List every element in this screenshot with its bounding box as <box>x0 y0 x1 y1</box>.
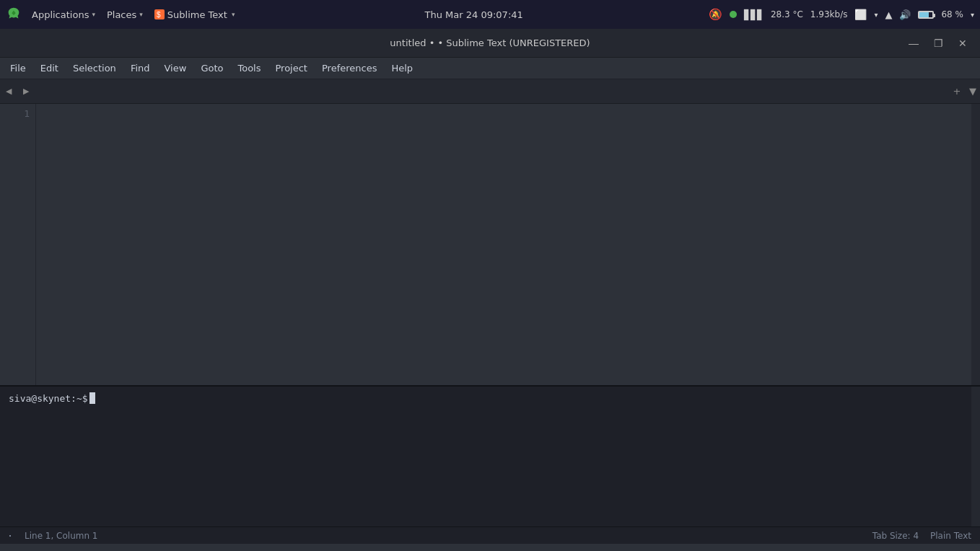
menu-tools[interactable]: Tools <box>230 60 268 76</box>
menu-find[interactable]: Find <box>123 60 157 76</box>
vertical-scrollbar[interactable] <box>971 104 980 385</box>
terminal-prompt: siva@skynet:~$ <box>9 392 971 404</box>
terminal-cursor <box>89 392 95 404</box>
tab-nav-left-button[interactable]: ◀ <box>0 79 17 103</box>
tab-nav-right-button[interactable]: ▶ <box>17 79 35 103</box>
system-monitor-icon: ▋▋▋ <box>744 9 764 20</box>
sublime-text-label: Sublime Text <box>167 9 227 20</box>
minimize-button[interactable]: — <box>902 33 925 53</box>
status-file-icon <box>9 531 19 541</box>
menu-help[interactable]: Help <box>384 60 420 76</box>
svg-rect-2 <box>9 535 11 537</box>
line-numbers: 1 <box>0 104 36 385</box>
network-speed-display: 1.93kb/s <box>810 9 848 19</box>
terminal-scrollbar[interactable] <box>971 387 980 526</box>
status-tab-size[interactable]: Tab Size: 4 <box>872 531 919 541</box>
close-button[interactable]: ✕ <box>951 33 974 53</box>
places-menu[interactable]: Places ▾ <box>102 0 147 29</box>
window-dropdown-icon[interactable]: ▾ <box>874 11 878 19</box>
system-tray: 🔕 ▋▋▋ 28.3 °C 1.93kb/s ⬜ ▾ ▲ 🔊 68 % ▾ <box>709 8 974 21</box>
sublime-arrow-icon: ▾ <box>232 11 235 18</box>
battery-percent: 68 % <box>941 9 963 19</box>
wifi-icon: ▲ <box>885 9 892 20</box>
battery-dropdown-icon[interactable]: ▾ <box>971 11 974 19</box>
network-dot-icon <box>730 11 737 18</box>
sublime-text-icon: $ <box>154 9 165 19</box>
status-syntax[interactable]: Plain Text <box>930 531 971 541</box>
tab-add-button[interactable]: + <box>948 79 966 103</box>
svg-text:$: $ <box>157 11 161 19</box>
window-titlebar: untitled • • Sublime Text (UNREGISTERED)… <box>0 29 980 58</box>
menu-project[interactable]: Project <box>268 60 314 76</box>
editor-container: 1 <box>0 104 980 385</box>
status-bar: Line 1, Column 1 Tab Size: 4 Plain Text <box>0 526 980 544</box>
volume-icon: 🔊 <box>899 9 911 20</box>
status-left: Line 1, Column 1 <box>9 531 98 541</box>
places-label: Places <box>107 9 136 20</box>
terminal-area[interactable]: siva@skynet:~$ <box>0 385 980 526</box>
line-number-1: 1 <box>0 107 30 122</box>
system-clock: Thu Mar 24 09:07:41 <box>425 9 523 20</box>
battery-indicator <box>918 11 934 19</box>
system-logo-icon <box>6 6 22 22</box>
network-indicator <box>730 11 737 18</box>
menu-goto[interactable]: Goto <box>193 60 230 76</box>
applications-menu[interactable]: Applications ▾ <box>27 0 100 29</box>
places-arrow-icon: ▾ <box>139 11 143 18</box>
sublime-text-taskbar[interactable]: $ Sublime Text ▾ <box>150 0 240 29</box>
window-controls: — ❐ ✕ <box>902 29 974 57</box>
window-icon[interactable]: ⬜ <box>854 9 867 20</box>
window-title: untitled • • Sublime Text (UNREGISTERED) <box>390 38 590 48</box>
menu-edit[interactable]: Edit <box>33 60 66 76</box>
menu-preferences[interactable]: Preferences <box>315 60 384 76</box>
terminal-prompt-text: siva@skynet:~$ <box>9 393 88 404</box>
menu-view[interactable]: View <box>157 60 194 76</box>
editor-content[interactable] <box>36 104 971 385</box>
system-bar: Applications ▾ Places ▾ $ Sublime Text ▾… <box>0 0 980 29</box>
status-position: Line 1, Column 1 <box>25 531 98 541</box>
applications-arrow-icon: ▾ <box>92 11 95 18</box>
temperature-display: 28.3 °C <box>771 9 803 19</box>
menu-selection[interactable]: Selection <box>66 60 123 76</box>
tab-bar: ◀ ▶ + ▼ <box>0 79 980 104</box>
status-right: Tab Size: 4 Plain Text <box>872 531 971 541</box>
tab-dropdown-button[interactable]: ▼ <box>966 79 980 103</box>
restore-button[interactable]: ❐ <box>927 33 950 53</box>
notification-icon[interactable]: 🔕 <box>709 8 722 21</box>
applications-label: Applications <box>32 9 89 20</box>
menu-bar: File Edit Selection Find View Goto Tools… <box>0 58 980 79</box>
menu-file[interactable]: File <box>3 60 33 76</box>
